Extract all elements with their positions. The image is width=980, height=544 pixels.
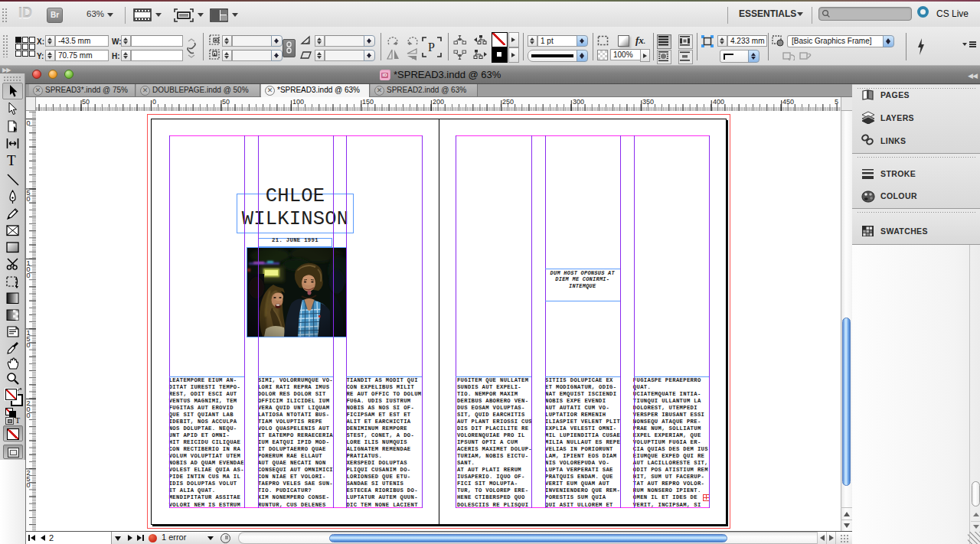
svg-text:P: P — [428, 41, 435, 54]
